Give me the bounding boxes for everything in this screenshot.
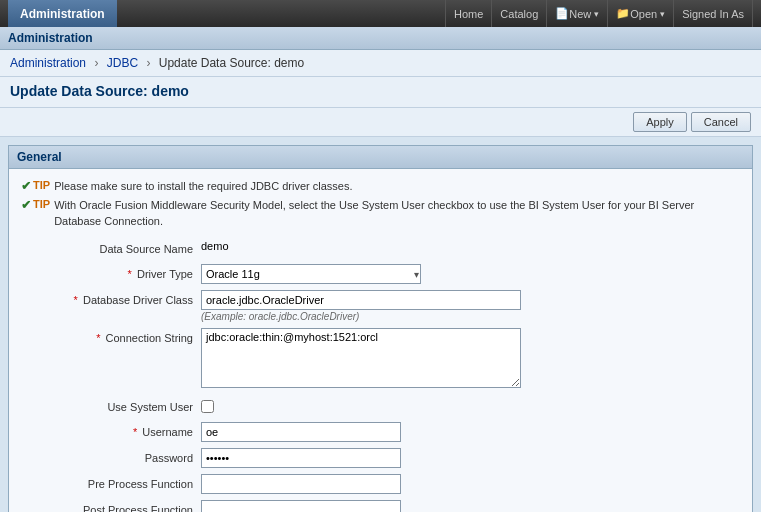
required-star-2: * xyxy=(74,294,78,306)
tip-text-2: With Oracle Fusion Middleware Security M… xyxy=(54,198,740,229)
pre-process-control xyxy=(201,474,740,494)
section-body: ✔ TIP Please make sure to install the re… xyxy=(9,169,752,512)
general-section: General ✔ TIP Please make sure to instal… xyxy=(8,145,753,512)
username-input[interactable] xyxy=(201,422,401,442)
db-driver-class-control: (Example: oracle.jdbc.OracleDriver) xyxy=(201,290,740,322)
db-driver-class-input[interactable] xyxy=(201,290,521,310)
use-system-user-control xyxy=(201,397,740,416)
password-row: Password xyxy=(21,448,740,468)
password-input[interactable] xyxy=(201,448,401,468)
tip-checkmark-1: ✔ xyxy=(21,179,31,193)
cancel-button[interactable]: Cancel xyxy=(691,112,751,132)
post-process-input[interactable] xyxy=(201,500,401,512)
driver-type-row: * Driver Type Oracle 11g Oracle 10g SQL … xyxy=(21,264,740,284)
toolbar: Apply Cancel xyxy=(0,108,761,137)
username-row: * Username xyxy=(21,422,740,442)
use-system-user-checkbox[interactable] xyxy=(201,400,214,413)
form: Data Source Name demo * Driver Type O xyxy=(21,239,740,512)
main-content: General ✔ TIP Please make sure to instal… xyxy=(0,137,761,512)
tip-label-1: TIP xyxy=(33,179,50,191)
nav-signed-in-as[interactable]: Signed In As xyxy=(674,0,753,27)
nav-home[interactable]: Home xyxy=(445,0,492,27)
connection-string-row: * Connection String jdbc:oracle:thin:@my… xyxy=(21,328,740,391)
driver-type-select[interactable]: Oracle 11g Oracle 10g SQL Server DB2 MyS… xyxy=(201,264,421,284)
db-driver-class-label: * Database Driver Class xyxy=(21,290,201,308)
breadcrumb: Administration › JDBC › Update Data Sour… xyxy=(0,50,761,77)
section-header: General xyxy=(9,146,752,169)
pre-process-label: Pre Process Function xyxy=(21,474,201,492)
tip-label-2: TIP xyxy=(33,198,50,210)
tip-2: ✔ TIP With Oracle Fusion Middleware Secu… xyxy=(21,198,740,229)
nav-new[interactable]: 📄 New ▾ xyxy=(547,0,608,27)
breadcrumb-current: Update Data Source: demo xyxy=(159,56,304,70)
datasource-name-label: Data Source Name xyxy=(21,239,201,257)
username-control xyxy=(201,422,740,442)
use-system-user-row: Use System User xyxy=(21,397,740,416)
pre-process-input[interactable] xyxy=(201,474,401,494)
breadcrumb-admin[interactable]: Administration xyxy=(10,56,86,70)
username-label: * Username xyxy=(21,422,201,440)
post-process-label: Post Process Function xyxy=(21,500,201,512)
breadcrumb-sep1: › xyxy=(94,56,98,70)
driver-type-control: Oracle 11g Oracle 10g SQL Server DB2 MyS… xyxy=(201,264,740,284)
new-icon: 📄 xyxy=(555,7,569,20)
connection-string-input[interactable]: jdbc:oracle:thin:@myhost:1521:orcl xyxy=(201,328,521,388)
required-star: * xyxy=(128,268,132,280)
connection-string-label: * Connection String xyxy=(21,328,201,346)
use-system-user-label: Use System User xyxy=(21,397,201,415)
password-control xyxy=(201,448,740,468)
pre-process-row: Pre Process Function xyxy=(21,474,740,494)
post-process-control xyxy=(201,500,740,512)
breadcrumb-sep2: › xyxy=(146,56,150,70)
datasource-name-control: demo xyxy=(201,239,740,253)
open-dropdown-arrow: ▾ xyxy=(660,9,665,19)
sub-nav-title: Administration xyxy=(8,31,93,45)
password-label: Password xyxy=(21,448,201,466)
connection-string-control: jdbc:oracle:thin:@myhost:1521:orcl xyxy=(201,328,740,391)
nav-open[interactable]: 📁 Open ▾ xyxy=(608,0,674,27)
new-dropdown-arrow: ▾ xyxy=(594,9,599,19)
tip-text-1: Please make sure to install the required… xyxy=(54,179,352,194)
page-title: Update Data Source: demo xyxy=(10,83,751,99)
required-star-3: * xyxy=(96,332,100,344)
post-process-row: Post Process Function xyxy=(21,500,740,512)
required-star-4: * xyxy=(133,426,137,438)
tip-1: ✔ TIP Please make sure to install the re… xyxy=(21,179,740,194)
db-driver-class-row: * Database Driver Class (Example: oracle… xyxy=(21,290,740,322)
db-driver-class-hint: (Example: oracle.jdbc.OracleDriver) xyxy=(201,311,740,322)
app-title: Administration xyxy=(8,0,117,27)
nav-catalog[interactable]: Catalog xyxy=(492,0,547,27)
open-icon: 📁 xyxy=(616,7,630,20)
tip-checkmark-2: ✔ xyxy=(21,198,31,212)
apply-button[interactable]: Apply xyxy=(633,112,687,132)
datasource-name-row: Data Source Name demo xyxy=(21,239,740,257)
breadcrumb-jdbc[interactable]: JDBC xyxy=(107,56,138,70)
driver-type-label: * Driver Type xyxy=(21,264,201,282)
datasource-name-value: demo xyxy=(201,240,229,252)
